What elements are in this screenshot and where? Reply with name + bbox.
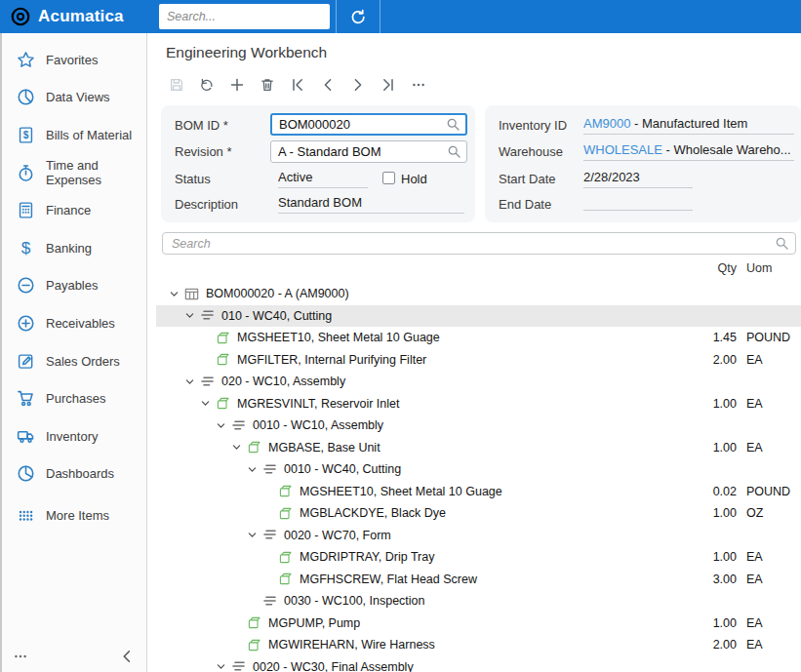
tree-row[interactable]: MGPUMP, Pump1.00EA [156, 613, 801, 635]
sidebar-item-inventory[interactable]: Inventory [2, 417, 146, 455]
delete-button[interactable] [252, 72, 282, 98]
tree-row[interactable]: MGBASE, Base Unit1.00EA [156, 437, 801, 459]
acumatica-logo[interactable]: Acumatica [10, 0, 124, 33]
grid-dots-icon [17, 506, 35, 525]
chevron-down-icon[interactable] [216, 418, 231, 432]
tree-row-qty: 1.00 [678, 616, 737, 630]
tree-row-label: MGDRIPTRAY, Drip Tray [300, 550, 434, 564]
tree-row[interactable]: BOM000020 - A (AM9000) [156, 283, 801, 305]
lookup-icon[interactable] [447, 144, 461, 159]
tree-row[interactable]: MGSHEET10, Sheet Metal 10 Guage0.02POUND [156, 481, 801, 503]
nav-last-icon [380, 77, 396, 93]
start-date-value[interactable]: 2/28/2023 [583, 170, 693, 188]
previous-record-button[interactable] [312, 72, 342, 98]
business-date-button[interactable] [336, 0, 380, 33]
truck-icon [17, 427, 35, 446]
tree-row[interactable]: MGSHEET10, Sheet Metal 10 Guage1.45POUND [156, 327, 801, 349]
tree-row[interactable]: MGFHSCREW, Flat Head Screw3.00EA [156, 569, 801, 591]
bom-summary-panel: BOM ID * BOM000020 Revision * A - Standa… [161, 105, 475, 222]
tree-row[interactable]: 020 - WC10, Assembly [156, 371, 801, 393]
tree-row[interactable]: MGDRIPTRAY, Drip Tray1.00EA [156, 546, 801, 569]
tree-filter-input[interactable] [163, 237, 775, 251]
tree-row-qty: 3.00 [678, 573, 737, 586]
collapse-sidebar-button[interactable] [119, 649, 135, 664]
sidebar-item-banking[interactable]: $Banking [2, 229, 146, 267]
brand-name: Acumatica [38, 7, 124, 26]
add-button[interactable] [221, 72, 252, 98]
end-date-value[interactable] [583, 195, 693, 211]
tree-row[interactable]: 010 - WC40, Cutting [156, 305, 801, 328]
revision-input[interactable]: A - Standard BOM [270, 140, 467, 163]
tree-row[interactable]: 0020 - WC70, Form [156, 525, 801, 547]
first-record-button[interactable] [282, 72, 312, 98]
svg-text:$: $ [21, 239, 31, 257]
search-icon[interactable] [775, 236, 789, 251]
pie-chart-icon [17, 88, 35, 106]
sidebar-item-label: Favorites [46, 53, 98, 67]
global-search-input[interactable] [159, 10, 330, 23]
tree-row[interactable]: 0010 - WC10, Assembly [156, 415, 801, 437]
tree-row-qty: 2.00 [678, 353, 737, 367]
sidebar-item-label: More Items [46, 508, 109, 523]
tree-row[interactable]: 0010 - WC40, Cutting [156, 458, 801, 481]
more-options-icon[interactable] [12, 649, 29, 664]
hold-checkbox[interactable] [382, 172, 395, 184]
uom-column-header[interactable]: Uom [746, 261, 772, 275]
cart-icon [17, 389, 35, 408]
material-icon [247, 638, 261, 652]
tree-row-label: MGFILTER, Internal Purifying Filter [237, 353, 426, 367]
sidebar-item-dashboards[interactable]: Dashboards [2, 455, 146, 494]
status-label: Status [175, 172, 211, 186]
cancel-button[interactable] [191, 72, 221, 98]
last-record-button[interactable] [373, 72, 403, 98]
sidebar-item-data-views[interactable]: Data Views [2, 79, 146, 117]
chevron-down-icon[interactable] [216, 660, 231, 672]
chevron-down-icon[interactable] [231, 441, 247, 455]
tree-row[interactable]: MGRESVINLT, Reservoir Inlet1.00EA [156, 393, 801, 415]
tree-row-label: 0010 - WC40, Cutting [284, 462, 401, 476]
tree-row-uom: POUND [746, 485, 790, 498]
chevron-down-icon[interactable] [184, 375, 200, 388]
sidebar-item-label: Inventory [46, 429, 98, 444]
tree-row-uom: EA [746, 573, 763, 586]
bom-id-input[interactable]: BOM000020 [270, 113, 467, 136]
chevron-down-icon[interactable] [184, 309, 200, 323]
sidebar-item-purchases[interactable]: Purchases [2, 379, 146, 417]
save-button[interactable] [161, 72, 191, 98]
qty-column-header[interactable]: Qty [678, 261, 737, 275]
tree-row[interactable]: MGFILTER, Internal Purifying Filter2.00E… [156, 349, 801, 372]
chevron-down-icon[interactable] [200, 397, 216, 411]
sidebar-item-favorites[interactable]: Favorites [2, 41, 146, 79]
sidebar-item-time-and-expenses[interactable]: Time and Expenses [2, 154, 146, 192]
undo-icon [199, 77, 215, 93]
nav-first-icon [290, 77, 305, 93]
next-record-button[interactable] [342, 72, 373, 98]
warehouse-link[interactable]: WHOLESALE [583, 142, 662, 157]
sidebar-item-receivables[interactable]: Receivables [2, 304, 146, 342]
sidebar-item-payables[interactable]: Payables [2, 267, 146, 305]
sidebar-item-label: Dashboards [46, 466, 114, 481]
top-bar: Acumatica [0, 0, 801, 33]
lookup-icon[interactable] [446, 117, 461, 132]
sidebar-item-more-items[interactable]: More Items [2, 496, 146, 534]
more-actions-button[interactable] [403, 72, 433, 98]
tree-row[interactable]: 0030 - WC100, Inspection [156, 590, 801, 613]
minus-circle-icon [17, 276, 35, 295]
sidebar-item-bills-of-material[interactable]: $Bills of Material [2, 116, 146, 154]
nav-prev-icon [320, 77, 336, 93]
sidebar-item-finance[interactable]: Finance [2, 191, 146, 229]
sidebar-item-sales-orders[interactable]: Sales Orders [2, 342, 146, 380]
tree-row[interactable]: 0020 - WC30, Final Assembly [156, 656, 801, 672]
inventory-id-link[interactable]: AM9000 [583, 116, 630, 131]
acumatica-window: Acumatica FavoritesData Views$Bills of M… [0, 0, 801, 672]
tree-row[interactable]: MGBLACKDYE, Black Dye1.00OZ [156, 502, 801, 525]
tree-row[interactable]: MGWIREHARN, Wire Harness2.00EA [156, 634, 801, 656]
tree-row-qty: 1.00 [678, 397, 737, 411]
bom-id-value: BOM000020 [272, 117, 446, 132]
chevron-down-icon[interactable] [247, 462, 262, 476]
svg-text:$: $ [23, 130, 29, 140]
chevron-down-icon[interactable] [169, 287, 184, 300]
sidebar-item-label: Bills of Material [46, 128, 132, 142]
operation-icon [231, 659, 246, 672]
chevron-down-icon[interactable] [247, 529, 262, 542]
